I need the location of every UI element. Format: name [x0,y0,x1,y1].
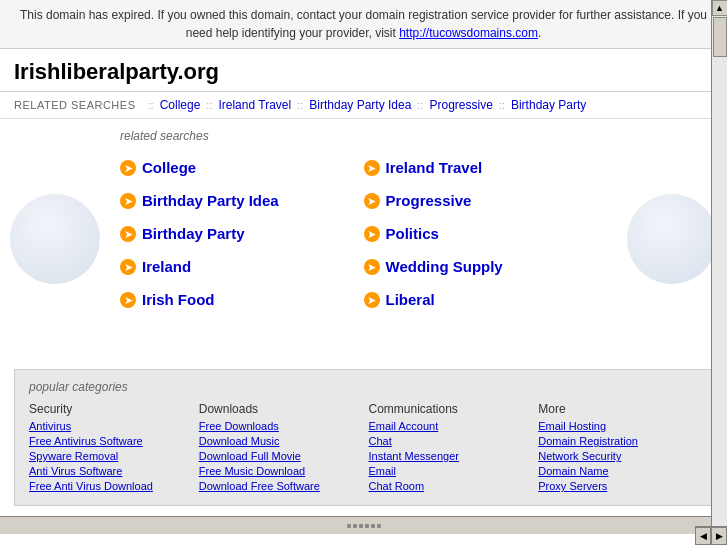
search-link-ireland[interactable]: Ireland [142,258,191,275]
search-item-liberal: ➤ Liberal [364,283,608,316]
category-more: More Email Hosting Domain Registration N… [538,402,698,495]
scroll-left-button[interactable]: ◀ [695,527,711,534]
arrow-icon-progressive: ➤ [364,193,380,209]
search-link-politics[interactable]: Politics [386,225,439,242]
category-communications: Communications Email Account Chat Instan… [369,402,529,495]
right-circle [627,194,717,284]
search-link-irish-food[interactable]: Irish Food [142,291,215,308]
cat-link-email-hosting[interactable]: Email Hosting [538,420,698,432]
arrow-icon-irish-food: ➤ [120,292,136,308]
search-item-politics: ➤ Politics [364,217,608,250]
cat-link-free-downloads[interactable]: Free Downloads [199,420,359,432]
main-content: related searches ➤ College ➤ Ireland Tra… [0,119,727,359]
arrow-icon-birthday-party: ➤ [120,226,136,242]
search-item-birthday-party: ➤ Birthday Party [120,217,364,250]
left-decoration [0,129,110,349]
cat-link-download-music[interactable]: Download Music [199,435,359,447]
cat-link-proxy-servers[interactable]: Proxy Servers [538,480,698,492]
category-security: Security Antivirus Free Antivirus Softwa… [29,402,189,495]
scroll-track[interactable] [712,16,727,529]
search-link-wedding-supply[interactable]: Wedding Supply [386,258,503,275]
related-bar-link-ireland-travel[interactable]: Ireland Travel [218,98,291,112]
search-item-college: ➤ College [120,151,364,184]
related-bar-label: RELATED SEARCHES [14,99,136,111]
separator-1: :: [148,99,154,111]
site-title: Irishliberalparty.org [0,49,727,92]
grid-title: related searches [120,129,607,143]
left-circle [10,194,100,284]
search-item-progressive: ➤ Progressive [364,184,608,217]
related-bar-link-college[interactable]: College [160,98,201,112]
security-header: Security [29,402,189,416]
arrow-icon-ireland: ➤ [120,259,136,275]
arrow-icon-college: ➤ [120,160,136,176]
more-header: More [538,402,698,416]
cat-link-chat-room[interactable]: Chat Room [369,480,529,492]
scroll-indicator [347,524,381,528]
arrow-icon-politics: ➤ [364,226,380,242]
cat-link-download-full-movie[interactable]: Download Full Movie [199,450,359,462]
search-link-ireland-travel[interactable]: Ireland Travel [386,159,483,176]
scroll-right-button[interactable]: ▶ [711,527,727,534]
banner-text: This domain has expired. If you owned th… [20,8,707,40]
cat-link-anti-virus-software[interactable]: Anti Virus Software [29,465,189,477]
scroll-thumb[interactable] [713,17,727,57]
search-link-birthday-party[interactable]: Birthday Party [142,225,245,242]
banner-period: . [538,26,541,40]
related-bar-link-progressive[interactable]: Progressive [429,98,492,112]
related-searches-bar: RELATED SEARCHES :: College :: Ireland T… [0,92,727,119]
separator-4: :: [417,99,423,111]
cat-link-instant-messenger[interactable]: Instant Messenger [369,450,529,462]
arrow-icon-wedding-supply: ➤ [364,259,380,275]
horizontal-scrollbar[interactable] [0,516,727,534]
cat-link-free-antivirus-software[interactable]: Free Antivirus Software [29,435,189,447]
related-bar-link-birthday-party-idea[interactable]: Birthday Party Idea [309,98,411,112]
category-downloads: Downloads Free Downloads Download Music … [199,402,359,495]
scroll-up-button[interactable]: ▲ [712,0,728,16]
arrow-icon-birthday-party-idea: ➤ [120,193,136,209]
arrow-icon-liberal: ➤ [364,292,380,308]
search-link-birthday-party-idea[interactable]: Birthday Party Idea [142,192,279,209]
cat-link-email[interactable]: Email [369,465,529,477]
popular-categories-section: popular categories Security Antivirus Fr… [14,369,713,506]
downloads-header: Downloads [199,402,359,416]
arrow-icon-ireland-travel: ➤ [364,160,380,176]
related-bar-link-birthday-party[interactable]: Birthday Party [511,98,586,112]
cat-link-domain-registration[interactable]: Domain Registration [538,435,698,447]
expiry-banner: This domain has expired. If you owned th… [0,0,727,49]
search-item-irish-food: ➤ Irish Food [120,283,364,316]
separator-3: :: [297,99,303,111]
cat-link-email-account[interactable]: Email Account [369,420,529,432]
search-item-wedding-supply: ➤ Wedding Supply [364,250,608,283]
search-link-college[interactable]: College [142,159,196,176]
popular-categories-title: popular categories [29,380,698,394]
communications-header: Communications [369,402,529,416]
search-item-ireland-travel: ➤ Ireland Travel [364,151,608,184]
cat-link-spyware-removal[interactable]: Spyware Removal [29,450,189,462]
cat-link-free-music-download[interactable]: Free Music Download [199,465,359,477]
search-item-birthday-party-idea: ➤ Birthday Party Idea [120,184,364,217]
separator-2: :: [206,99,212,111]
cat-link-chat[interactable]: Chat [369,435,529,447]
cat-link-download-free-software[interactable]: Download Free Software [199,480,359,492]
search-grid: ➤ College ➤ Ireland Travel ➤ Birthday Pa… [120,151,607,316]
categories-grid: Security Antivirus Free Antivirus Softwa… [29,402,698,495]
search-link-liberal[interactable]: Liberal [386,291,435,308]
corner-navigation: ◀ ▶ [695,526,727,534]
search-link-progressive[interactable]: Progressive [386,192,472,209]
search-item-ireland: ➤ Ireland [120,250,364,283]
cat-link-network-security[interactable]: Network Security [538,450,698,462]
separator-5: :: [499,99,505,111]
cat-link-free-anti-virus-download[interactable]: Free Anti Virus Download [29,480,189,492]
cat-link-antivirus[interactable]: Antivirus [29,420,189,432]
related-searches-grid: related searches ➤ College ➤ Ireland Tra… [110,129,617,349]
tucows-link[interactable]: http://tucowsdomains.com [399,26,538,40]
cat-link-domain-name[interactable]: Domain Name [538,465,698,477]
vertical-scrollbar[interactable]: ▲ ▼ [711,0,727,534]
